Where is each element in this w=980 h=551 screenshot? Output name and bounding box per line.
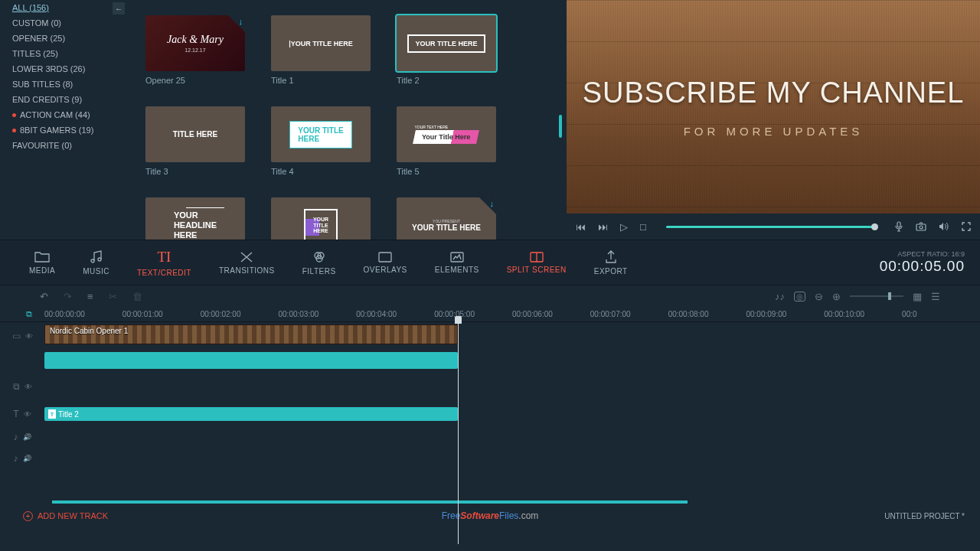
preview-subtitle-text: FOR MORE UPDATES — [684, 125, 864, 138]
visibility-icon[interactable]: 👁 — [25, 332, 33, 341]
gallery-card[interactable]: YOUR TITLE HERE Title 2 — [397, 15, 496, 85]
view-mode-2-button[interactable]: ☰ — [931, 291, 940, 302]
collapse-sidebar-button[interactable]: ← — [113, 2, 125, 15]
stop-button[interactable]: □ — [640, 221, 646, 233]
marker-icon[interactable]: ◎ — [794, 292, 805, 302]
folder-icon — [34, 251, 50, 263]
video-track-icon: ▭ — [12, 331, 21, 341]
visibility-icon[interactable]: 👁 — [24, 410, 31, 419]
sidebar-item-custom[interactable]: CUSTOM (0) — [6, 15, 124, 31]
timeline-scrollbar[interactable] — [52, 500, 688, 504]
sidebar-item-titles[interactable]: TITLES (25) — [6, 46, 124, 61]
gallery-card[interactable]: YOURHEADLINEHERE Title 6 — [145, 197, 245, 240]
sidebar-item-favourite[interactable]: FAVOURITE (0) — [6, 138, 124, 153]
sidebar-item-subtitles[interactable]: SUB TITLES (8) — [6, 77, 124, 92]
mute-icon[interactable]: 🔊 — [23, 433, 31, 441]
module-tabs: MEDIA MUSIC TITEXT/CREDIT TRANSITIONS FI… — [0, 240, 980, 285]
overlays-icon — [378, 252, 392, 262]
audio-track-icon: ♪ — [14, 453, 18, 464]
gallery-card[interactable]: |YOUR TITLE HERE Title 1 — [271, 15, 371, 85]
plus-icon: + — [23, 511, 33, 521]
list-button[interactable]: ≡ — [87, 291, 93, 302]
aspect-ratio-label: ASPECT RATIO: 16:9 — [880, 250, 965, 258]
tab-export[interactable]: EXPORT — [580, 250, 642, 276]
add-track-button[interactable]: +ADD NEW TRACK — [23, 511, 108, 521]
elements-icon — [450, 252, 464, 262]
sidebar-item-all[interactable]: ALL (156) — [6, 0, 124, 15]
text-icon: TI — [157, 249, 171, 266]
download-icon: ↓ — [239, 17, 243, 26]
tab-media[interactable]: MEDIA — [15, 251, 69, 275]
tab-elements[interactable]: ELEMENTS — [421, 252, 493, 274]
download-icon: ↓ — [490, 199, 495, 208]
sidebar-item-lower3rds[interactable]: LOWER 3RDS (26) — [6, 61, 124, 77]
snapshot-button[interactable] — [916, 222, 926, 231]
timeline-ruler[interactable]: ⧉ 00:00:00:00 00:00:01:00 00:00:02:00 00… — [0, 307, 980, 322]
magnet-icon[interactable]: ⧉ — [26, 309, 32, 319]
view-mode-1-button[interactable]: ▦ — [913, 291, 922, 302]
watermark-text: FreeSoftwareFiles.com — [442, 510, 539, 521]
prev-frame-button[interactable]: ⏮ — [576, 221, 586, 233]
title-gallery: Jack & Mary12.12.17↓ Opener 25 |YOUR TIT… — [130, 0, 567, 240]
redo-button[interactable]: ↷ — [64, 291, 72, 302]
category-sidebar: ← ALL (156) CUSTOM (0) OPENER (25) TITLE… — [0, 0, 130, 240]
transitions-icon — [240, 251, 253, 263]
sidebar-item-8bitgamers[interactable]: 8BIT GAMERS (19) — [6, 122, 124, 138]
playhead[interactable] — [458, 322, 459, 544]
tab-music[interactable]: MUSIC — [69, 250, 123, 276]
preview-title-text: SUBSCRIBE MY CHANNEL — [583, 77, 965, 109]
play-button[interactable]: ▷ — [620, 221, 628, 233]
delete-button[interactable]: 🗑 — [132, 291, 142, 302]
tab-filters[interactable]: FILTERS — [289, 250, 350, 276]
svg-rect-8 — [379, 253, 391, 262]
gallery-card[interactable]: YOU PRESENTYOUR TITLE HERE↓ Title 8 — [397, 197, 496, 240]
playback-slider[interactable] — [666, 226, 874, 228]
preview-panel: SUBSCRIBE MY CHANNEL FOR MORE UPDATES ⏮ … — [567, 0, 980, 240]
svg-point-2 — [920, 226, 923, 229]
timeline-tracks: ▭👁 Nordic Cabin Opener 1 ⧉👁 T👁 TTitle 2 … — [0, 322, 980, 525]
svg-point-3 — [91, 259, 94, 262]
zoom-in-button[interactable]: ⊕ — [832, 291, 841, 302]
tab-transitions[interactable]: TRANSITIONS — [205, 251, 289, 275]
zoom-slider[interactable] — [850, 295, 903, 297]
split-icon — [530, 252, 544, 262]
sidebar-item-actioncam[interactable]: ACTION CAM (44) — [6, 107, 124, 122]
new-dot-icon — [12, 129, 16, 132]
export-icon — [605, 250, 617, 264]
current-timecode: 00:00:05.00 — [880, 258, 965, 275]
gallery-card[interactable]: Jack & Mary12.12.17↓ Opener 25 — [145, 15, 245, 85]
title-clip[interactable]: TTitle 2 — [44, 407, 458, 421]
gallery-card[interactable]: YOUR TITLEHERE Title 4 — [271, 106, 371, 176]
fullscreen-button[interactable] — [962, 222, 971, 231]
video-clip[interactable]: Nordic Cabin Opener 1 — [44, 324, 458, 344]
tab-splitscreen[interactable]: SPLIT SCREEN — [493, 252, 580, 274]
gallery-card[interactable]: TITLE HERE Title 3 — [145, 106, 245, 176]
mute-icon[interactable]: 🔊 — [23, 455, 31, 462]
audio-track-icon: ♪ — [14, 432, 18, 442]
gallery-scrollbar[interactable] — [559, 115, 562, 138]
next-frame-button[interactable]: ⏭ — [598, 221, 608, 233]
sidebar-item-opener[interactable]: OPENER (25) — [6, 31, 124, 46]
svg-rect-0 — [897, 222, 900, 227]
svg-point-4 — [98, 258, 101, 261]
audio-tool-icon[interactable]: ♪♪ — [775, 291, 785, 302]
preview-viewport[interactable]: SUBSCRIBE MY CHANNEL FOR MORE UPDATES — [567, 0, 980, 214]
gallery-card[interactable]: YOUR TEXT HEREYour Title Here Title 5 — [397, 106, 496, 176]
sidebar-item-endcredits[interactable]: END CREDITS (9) — [6, 92, 124, 107]
filters-icon — [312, 250, 326, 264]
record-voice-button[interactable] — [894, 221, 903, 232]
svg-rect-1 — [916, 224, 926, 230]
gallery-card[interactable]: YOURTITLEHERE Title 7 — [271, 197, 371, 240]
new-dot-icon — [12, 113, 16, 117]
tab-text[interactable]: TITEXT/CREDIT — [123, 249, 205, 277]
volume-button[interactable] — [939, 222, 949, 231]
cut-button[interactable]: ✂ — [109, 291, 117, 302]
audio-clip[interactable] — [44, 352, 458, 369]
visibility-icon[interactable]: 👁 — [24, 383, 32, 391]
undo-button[interactable]: ↶ — [40, 291, 48, 302]
zoom-out-button[interactable]: ⊖ — [815, 291, 823, 302]
tab-overlays[interactable]: OVERLAYS — [350, 252, 421, 274]
music-icon — [90, 250, 103, 264]
text-track-icon: T — [13, 409, 18, 419]
project-name: UNTITLED PROJECT * — [884, 512, 965, 520]
